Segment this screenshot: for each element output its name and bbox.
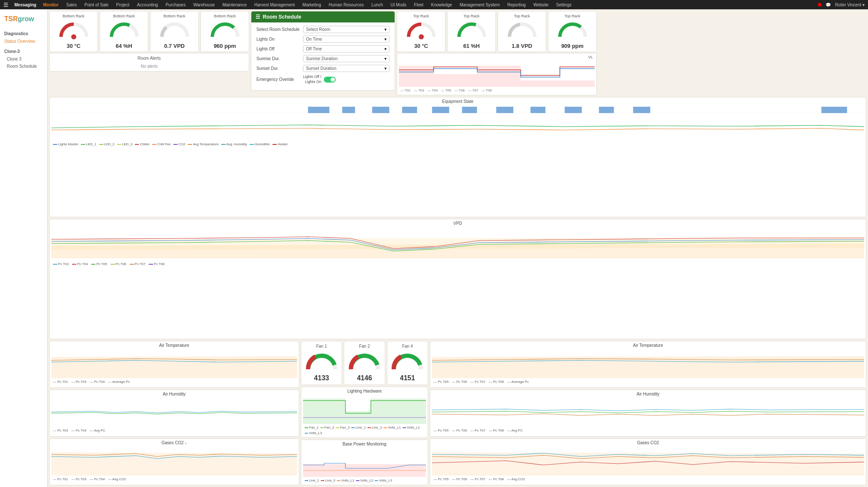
left-charts: Air Temperature — Pc T01 — Pc T03 — Pc T… bbox=[49, 341, 299, 485]
nav-hr[interactable]: Human Resources bbox=[328, 3, 365, 7]
nav-lunch[interactable]: Lunch bbox=[370, 3, 384, 7]
rs-select-room[interactable]: Select Room ▾ bbox=[303, 26, 389, 33]
gcr-leg-t05: — Pc T05 bbox=[434, 477, 448, 481]
nav-website[interactable]: Website bbox=[532, 3, 549, 7]
hamburger-icon[interactable]: ☰ bbox=[3, 2, 8, 8]
gases-co2-right-chart bbox=[432, 446, 864, 476]
bp-leg-line3: Line_3 bbox=[321, 479, 335, 482]
bottom-rack-gauges: Bottom Rack 30 °C Bottom Rack bbox=[49, 11, 249, 52]
vl-legend-t05: — T05 bbox=[441, 89, 451, 92]
ahr-leg-t05: — Pc T05 bbox=[434, 429, 448, 432]
emergency-toggle-button[interactable] bbox=[324, 77, 336, 83]
nav-marketing[interactable]: Marketing bbox=[302, 3, 322, 7]
gcl-leg-t01: — Pc T01 bbox=[53, 477, 68, 481]
atr-leg-t07: — Pc T07 bbox=[470, 380, 485, 384]
top-gauge-value-3: 1.8 VPD bbox=[501, 43, 543, 49]
rs-select-sunrise[interactable]: Sunrise Duration ▾ bbox=[303, 55, 389, 62]
app-name: Messaging bbox=[14, 3, 36, 7]
svg-point-1 bbox=[419, 34, 424, 39]
atr-leg-t05: — Pc T05 bbox=[434, 380, 448, 384]
fan4-gauge bbox=[390, 350, 424, 374]
vl-legend-t07: — T07 bbox=[468, 89, 478, 92]
equipment-state-legend: Lights Master LED_1 LED_2 LED_3 Chiller … bbox=[51, 141, 864, 147]
user-menu[interactable]: Robin Vincent ▾ bbox=[835, 3, 865, 7]
toggle-labels: Lights Off / Lights On bbox=[303, 75, 321, 84]
gauge-title-3: Bottom Rack bbox=[153, 14, 196, 18]
equipment-state-title: Equipment State bbox=[51, 99, 864, 104]
fan2-title: Fan 2 bbox=[347, 344, 382, 349]
mid-row: Air Temperature — Pc T01 — Pc T03 — Pc T… bbox=[49, 341, 866, 485]
nav-harvest[interactable]: Harvest Management bbox=[253, 3, 296, 7]
sidebar-item-room-schedule[interactable]: Room Schedule bbox=[0, 63, 47, 70]
svg-point-0 bbox=[71, 34, 76, 39]
fan1-gauge bbox=[305, 350, 339, 374]
nav-reporting[interactable]: Reporting bbox=[506, 3, 526, 7]
top-gauge-svg-3 bbox=[505, 20, 539, 41]
sidebar-item-status-overview[interactable]: Status Overview bbox=[0, 38, 47, 45]
lh-leg-vl3: Volts_L3 bbox=[305, 431, 322, 435]
mid-charts: Fan 1 4133 Fan 2 bbox=[301, 341, 428, 485]
toggle-label-off: Lights Off / bbox=[303, 75, 321, 80]
nav-purchases[interactable]: Purchases bbox=[165, 3, 186, 7]
gcr-leg-t06: — Pc T06 bbox=[452, 477, 467, 481]
nav-right: 💬 Robin Vincent ▾ bbox=[818, 3, 865, 7]
atl-leg-t01: — Pc T01 bbox=[53, 380, 68, 384]
nav-uimods[interactable]: UI Mods bbox=[390, 3, 407, 7]
alerts-title: Room Alerts bbox=[54, 56, 245, 61]
svg-rect-17 bbox=[599, 107, 614, 113]
rs-select-lights-off[interactable]: Off Time ▾ bbox=[303, 45, 389, 53]
vl-legend-t08: — T08 bbox=[481, 89, 492, 92]
chat-icon[interactable]: 💬 bbox=[826, 3, 831, 7]
nav-maintenance[interactable]: Maintenance bbox=[222, 3, 248, 7]
vpd-title: VPD bbox=[51, 221, 864, 226]
rs-label-lights-off: Lights Off bbox=[256, 47, 303, 51]
rs-sunset-value: Sunset Duration bbox=[306, 66, 337, 71]
svg-marker-27 bbox=[51, 452, 297, 476]
gcl-leg-t04: — Pc T04 bbox=[90, 477, 105, 481]
gauge-title-2: Bottom Rack bbox=[103, 14, 145, 18]
svg-rect-8 bbox=[308, 107, 329, 113]
room-schedule-title: Room Schedule bbox=[263, 14, 301, 20]
nav-knowledge[interactable]: Knowledge bbox=[430, 3, 453, 7]
nav-settings[interactable]: Settings bbox=[555, 3, 572, 7]
logo-green: grow bbox=[18, 15, 34, 22]
vpd-legend-t04: Pc T04 bbox=[72, 262, 88, 266]
gauge-value-4: 960 ppm bbox=[203, 43, 246, 49]
nav-mgmt[interactable]: Management System bbox=[459, 3, 501, 7]
nav-accounting[interactable]: Accounting bbox=[136, 3, 159, 7]
gases-co2-right-legend: — Pc T05 — Pc T06 — Pc T07 — Pc T08 — Av… bbox=[432, 476, 864, 482]
gauge-value-2: 64 %H bbox=[103, 43, 145, 49]
rs-lights-on-value: On Time bbox=[306, 37, 322, 42]
nav-monitor[interactable]: Monitor bbox=[42, 3, 60, 7]
legend-chillfan: Chill Fan bbox=[152, 142, 171, 146]
legend-avg-humidity: Avg. Humidity bbox=[221, 142, 247, 146]
vpd-legend-t03: Pc T03 bbox=[53, 262, 69, 266]
lh-leg-line1: Line_1 bbox=[351, 426, 366, 429]
lighting-hardware-chart bbox=[303, 394, 426, 424]
air-temp-left-legend: — Pc T01 — Pc T03 — Pc T04 — Average Pc bbox=[51, 379, 297, 385]
gauge-value-1: 30 °C bbox=[52, 43, 95, 49]
rs-label-lights-on: Lights On bbox=[256, 37, 303, 42]
rs-select-lights-on[interactable]: On Time ▾ bbox=[303, 36, 389, 43]
air-humidity-left-title: Air Humidity bbox=[51, 392, 297, 396]
bottom-rack-humidity-gauge: Bottom Rack 64 %H bbox=[100, 11, 148, 52]
atr-leg-avg: — Average Pc bbox=[507, 380, 529, 384]
sidebar-item-clone3[interactable]: Clone 3 bbox=[0, 55, 47, 63]
air-temp-right-title: Air Temperature bbox=[432, 343, 864, 348]
nav-warehouse[interactable]: Warehouse bbox=[192, 3, 216, 7]
ahr-leg-t06: — Pc T06 bbox=[452, 429, 467, 432]
rs-sunrise-value: Sunrise Duration bbox=[306, 56, 337, 61]
base-power-card: Base Power Monitoring Line_1 Line_3 Volt… bbox=[301, 440, 428, 485]
rs-label-select-room: Select Room Schedule bbox=[256, 27, 303, 32]
svg-rect-16 bbox=[565, 107, 581, 113]
nav-pos[interactable]: Point of Sale bbox=[83, 3, 109, 7]
nav-fleet[interactable]: Fleet bbox=[413, 3, 424, 7]
vl-title: VL bbox=[399, 55, 595, 59]
nav-sales[interactable]: Sales bbox=[65, 3, 78, 7]
rs-select-sunset[interactable]: Sunset Duration ▾ bbox=[303, 65, 389, 72]
sidebar-section-clone3: Clone-3 bbox=[0, 47, 47, 55]
bp-leg-vl2: Volts_L2 bbox=[356, 479, 373, 482]
air-humidity-right-chart bbox=[432, 397, 864, 427]
nav-project[interactable]: Project bbox=[115, 3, 130, 7]
gcl-leg-avg: — Avg CO2 bbox=[108, 477, 126, 481]
